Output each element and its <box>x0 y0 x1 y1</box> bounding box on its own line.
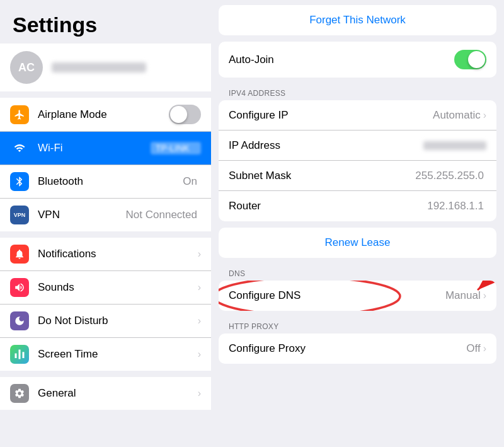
configure-dns-row[interactable]: Configure DNS Manual › <box>219 281 496 311</box>
forget-network-label: Forget This Network <box>309 14 406 26</box>
vpn-icon-box: VPN <box>10 206 29 224</box>
sidebar-item-wifi[interactable]: Wi-Fi TP-LINK <box>0 132 211 165</box>
forget-network-section: Forget This Network <box>219 5 496 35</box>
svg-line-1 <box>478 281 496 290</box>
sidebar-item-bluetooth[interactable]: Bluetooth On <box>0 165 211 199</box>
forget-network-button[interactable]: Forget This Network <box>219 5 496 35</box>
connectivity-group: Airplane Mode Wi-Fi TP-LINK Bluetooth On… <box>0 98 211 231</box>
dnd-label: Do Not Disturb <box>38 315 198 327</box>
airplane-icon <box>14 109 25 120</box>
ipv4-section: IPV4 ADDRESS Configure IP Automatic › IP… <box>219 84 496 221</box>
auto-join-label: Auto-Join <box>229 54 454 66</box>
system-group: Notifications › Sounds › Do Not Disturb … <box>0 238 211 371</box>
http-proxy-group: Configure Proxy Off › <box>219 334 496 364</box>
sounds-label: Sounds <box>38 281 198 294</box>
general-group: General › <box>0 377 211 410</box>
sidebar-item-dnd[interactable]: Do Not Disturb › <box>0 305 211 338</box>
notifications-icon-box <box>10 245 29 264</box>
http-proxy-section-header: HTTP PROXY <box>219 317 496 334</box>
configure-proxy-row[interactable]: Configure Proxy Off › <box>219 334 496 364</box>
airplane-toggle[interactable] <box>169 105 201 124</box>
notifications-chevron: › <box>198 248 201 260</box>
left-panel: Settings AC Airplane Mode Wi-Fi TP-LINK <box>0 0 211 447</box>
sidebar-item-notifications[interactable]: Notifications › <box>0 238 211 271</box>
screentime-chevron: › <box>198 349 201 360</box>
sidebar-item-screentime[interactable]: Screen Time › <box>0 338 211 371</box>
general-icon <box>14 388 25 399</box>
renew-lease-button[interactable]: Renew Lease <box>219 228 496 258</box>
ip-address-value-blur <box>423 141 486 150</box>
airplane-label: Airplane Mode <box>38 108 169 121</box>
vpn-label-badge: VPN <box>14 212 26 218</box>
bluetooth-icon <box>14 176 25 187</box>
configure-proxy-value: Off <box>466 342 480 355</box>
configure-ip-chevron: › <box>483 110 486 121</box>
subnet-mask-row: Subnet Mask 255.255.255.0 <box>219 161 496 191</box>
sidebar-item-airplane[interactable]: Airplane Mode <box>0 98 211 132</box>
vpn-value: Not Connected <box>126 209 197 221</box>
ipv4-group: Configure IP Automatic › IP Address Subn… <box>219 100 496 221</box>
dns-section-header: DNS <box>219 264 496 281</box>
sounds-icon <box>14 282 25 293</box>
dns-section: DNS Configure DNS Manual <box>219 264 496 311</box>
configure-proxy-chevron: › <box>483 343 486 354</box>
screentime-label: Screen Time <box>38 348 198 361</box>
sidebar-item-general[interactable]: General › <box>0 377 211 410</box>
configure-proxy-label: Configure Proxy <box>229 342 466 355</box>
configure-ip-value: Automatic <box>433 109 481 122</box>
bluetooth-value: On <box>183 175 197 188</box>
sidebar-item-sounds[interactable]: Sounds › <box>0 271 211 305</box>
router-label: Router <box>229 200 427 212</box>
configure-ip-label: Configure IP <box>229 109 433 122</box>
wifi-network: TP-LINK <box>151 142 201 154</box>
renew-lease-section: Renew Lease <box>219 228 496 258</box>
right-panel: Forget This Network Auto-Join IPV4 ADDRE… <box>211 0 504 447</box>
general-label: General <box>38 387 198 400</box>
general-icon-box <box>10 384 29 403</box>
auto-join-toggle[interactable] <box>454 50 486 69</box>
sidebar-item-vpn[interactable]: VPN VPN Not Connected <box>0 199 211 231</box>
configure-dns-label: Configure DNS <box>229 289 445 302</box>
sounds-icon-box <box>10 278 29 297</box>
renew-lease-label: Renew Lease <box>325 236 391 249</box>
notifications-icon <box>14 248 25 260</box>
notifications-label: Notifications <box>38 248 198 260</box>
airplane-icon-box <box>10 105 29 124</box>
dnd-chevron: › <box>198 315 201 327</box>
wifi-icon-box <box>10 139 29 158</box>
settings-title: Settings <box>0 0 211 44</box>
subnet-mask-value: 255.255.255.0 <box>415 170 484 182</box>
configure-dns-value: Manual <box>445 289 481 302</box>
profile-row[interactable]: AC <box>0 44 211 91</box>
ip-address-label: IP Address <box>229 139 423 152</box>
configure-dns-chevron: › <box>483 290 486 301</box>
dnd-icon <box>14 315 25 327</box>
router-row: Router 192.168.1.1 <box>219 191 496 221</box>
ip-address-row: IP Address <box>219 131 496 161</box>
profile-name-blur <box>52 62 146 73</box>
sounds-chevron: › <box>198 282 201 293</box>
wifi-icon <box>14 142 25 154</box>
dns-group: Configure DNS Manual › <box>219 281 496 311</box>
bluetooth-icon-box <box>10 172 29 191</box>
screentime-icon <box>14 349 25 360</box>
ipv4-section-header: IPV4 ADDRESS <box>219 84 496 100</box>
dnd-icon-box <box>10 311 29 330</box>
wifi-label: Wi-Fi <box>38 142 147 154</box>
screentime-icon-box <box>10 345 29 364</box>
auto-join-section: Auto-Join <box>219 42 496 78</box>
configure-ip-row[interactable]: Configure IP Automatic › <box>219 100 496 131</box>
avatar: AC <box>10 51 43 84</box>
http-proxy-section: HTTP PROXY Configure Proxy Off › <box>219 317 496 364</box>
auto-join-row: Auto-Join <box>219 42 496 78</box>
bluetooth-label: Bluetooth <box>38 175 183 188</box>
vpn-label: VPN <box>38 209 126 221</box>
router-value: 192.168.1.1 <box>427 200 484 212</box>
general-chevron: › <box>198 388 201 399</box>
subnet-mask-label: Subnet Mask <box>229 170 415 182</box>
